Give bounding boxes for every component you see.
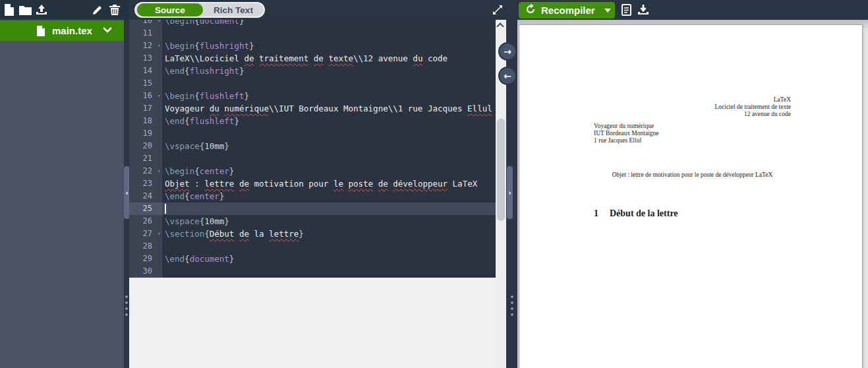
code-text: \end{document} bbox=[162, 253, 234, 265]
divider-drag-dots[interactable] bbox=[511, 295, 513, 316]
pdf-preview-panel[interactable]: LaTeXLociciel de traitement de texte12 a… bbox=[517, 20, 868, 368]
code-line-29[interactable]: 29\end{document} bbox=[129, 253, 496, 265]
line-number: 10▾ bbox=[129, 20, 162, 27]
chevron-left-icon: ‹ bbox=[125, 189, 129, 197]
code-line-25[interactable]: 25 bbox=[129, 202, 496, 215]
code-text: \end{flushleft} bbox=[162, 115, 239, 127]
code-text: \end{flushright} bbox=[162, 65, 244, 77]
line-number: 30 bbox=[129, 265, 162, 278]
recompile-button[interactable]: Recompiler bbox=[519, 2, 615, 18]
code-text: \begin{flushleft} bbox=[162, 90, 249, 102]
code-line-10[interactable]: 10▾\begin{document} bbox=[129, 20, 496, 27]
tab-source[interactable]: Source bbox=[137, 3, 203, 16]
pdf-right-aligned-block: LaTeXLociciel de traitement de texte12 a… bbox=[714, 96, 791, 118]
collapse-editor-handle[interactable]: › bbox=[507, 166, 513, 219]
line-number: 15 bbox=[129, 77, 162, 90]
line-number: 14 bbox=[129, 65, 162, 77]
compile-logs-icon[interactable] bbox=[620, 3, 633, 16]
file-menu-chevron-down-icon[interactable] bbox=[103, 26, 112, 34]
pdf-page: LaTeXLociciel de traitement de texte12 a… bbox=[519, 24, 863, 368]
source-code-editor[interactable]: 10▾\begin{document}1112▾\begin{flushrigh… bbox=[129, 20, 496, 368]
code-text: LaTeX\\Lociciel de traitement de texte\\… bbox=[162, 52, 448, 65]
file-name-label: main.tex bbox=[52, 25, 92, 36]
recompile-label: Recompiler bbox=[541, 5, 595, 16]
code-line-15[interactable]: 15 bbox=[129, 77, 496, 90]
overleaf-app: Source Rich Text Recompiler main.tex bbox=[0, 0, 868, 368]
scroll-up-icon[interactable] bbox=[496, 22, 504, 30]
code-line-14[interactable]: 14\end{flushright} bbox=[129, 65, 496, 77]
line-number: 16▾ bbox=[129, 90, 162, 102]
fold-arrow-icon[interactable]: ▾ bbox=[158, 40, 161, 52]
pdf-text-line: Voyageur du numérique bbox=[594, 123, 659, 130]
rename-pencil-icon[interactable] bbox=[91, 3, 104, 16]
sidebar-editor-divider[interactable]: ‹ bbox=[124, 20, 129, 368]
code-text: \begin{flushright} bbox=[162, 40, 254, 52]
code-line-30[interactable]: 30 bbox=[129, 265, 496, 278]
code-line-19[interactable]: 19 bbox=[129, 127, 496, 140]
code-line-26[interactable]: 26\vspace{10mm} bbox=[129, 215, 496, 228]
line-number: 27▾ bbox=[129, 228, 162, 240]
line-number: 18 bbox=[129, 115, 162, 127]
upload-icon[interactable] bbox=[35, 3, 48, 16]
code-text: Voyageur du numérique\\IUT Bordeaux Mont… bbox=[162, 102, 492, 115]
code-line-20[interactable]: 20\vspace{10mm} bbox=[129, 140, 496, 152]
code-line-17[interactable]: 17Voyageur du numérique\\IUT Bordeaux Mo… bbox=[129, 102, 496, 115]
code-text: Objet : lettre de motivation pour le pos… bbox=[162, 177, 477, 190]
fold-arrow-icon[interactable]: ▾ bbox=[158, 90, 161, 102]
pdf-text-line: Lociciel de traitement de texte bbox=[714, 104, 791, 111]
code-line-16[interactable]: 16▾\begin{flushleft} bbox=[129, 90, 496, 102]
pdf-section-heading: 1Début de la lettre bbox=[594, 208, 678, 219]
fold-arrow-icon[interactable]: ▾ bbox=[158, 20, 161, 27]
code-text: \vspace{10mm} bbox=[162, 215, 229, 228]
code-line-18[interactable]: 18\end{flushleft} bbox=[129, 115, 496, 127]
code-text bbox=[162, 240, 165, 253]
move-pane-left-button[interactable]: ← bbox=[498, 67, 517, 85]
tab-rich-text[interactable]: Rich Text bbox=[203, 3, 264, 16]
code-text: \begin{document} bbox=[162, 20, 244, 27]
text-cursor bbox=[165, 204, 166, 214]
line-number: 29 bbox=[129, 253, 162, 265]
line-number: 13 bbox=[129, 52, 162, 65]
line-number: 19 bbox=[129, 127, 162, 140]
code-line-12[interactable]: 12▾\begin{flushright} bbox=[129, 40, 496, 52]
refresh-icon bbox=[525, 4, 536, 17]
expand-pdf-icon[interactable] bbox=[491, 3, 504, 16]
line-number: 25 bbox=[129, 202, 162, 215]
code-text bbox=[162, 152, 165, 165]
code-line-13[interactable]: 13LaTeX\\Lociciel de traitement de texte… bbox=[129, 52, 496, 65]
pdf-text-line: 12 avenue du code bbox=[714, 111, 791, 118]
divider-drag-dots[interactable] bbox=[125, 295, 128, 316]
code-text: \begin{center} bbox=[162, 165, 234, 177]
pdf-text-line: LaTeX bbox=[714, 96, 791, 104]
code-text bbox=[162, 202, 166, 215]
top-toolbar: Source Rich Text Recompiler bbox=[0, 0, 868, 20]
code-text: \end{center} bbox=[162, 190, 224, 202]
code-line-28[interactable]: 28 bbox=[129, 240, 496, 253]
file-tree-panel: main.tex bbox=[0, 20, 124, 368]
recompile-caret-icon[interactable] bbox=[604, 9, 611, 13]
line-number: 12▾ bbox=[129, 40, 162, 52]
code-line-11[interactable]: 11 bbox=[129, 27, 496, 40]
download-pdf-icon[interactable] bbox=[637, 3, 650, 16]
section-title: Début de la lettre bbox=[610, 208, 678, 218]
code-lines: 10▾\begin{document}1112▾\begin{flushrigh… bbox=[129, 20, 496, 278]
code-line-24[interactable]: 24\end{center} bbox=[129, 190, 496, 202]
arrow-right-icon: → bbox=[504, 46, 511, 57]
code-line-21[interactable]: 21 bbox=[129, 152, 496, 165]
new-folder-icon[interactable] bbox=[18, 3, 32, 16]
fold-arrow-icon[interactable]: ▾ bbox=[158, 165, 161, 177]
code-text: \section{Début de la lettre} bbox=[162, 228, 304, 240]
new-file-icon[interactable] bbox=[3, 3, 16, 16]
fold-arrow-icon[interactable]: ▾ bbox=[158, 228, 161, 240]
code-line-27[interactable]: 27▾\section{Début de la lettre} bbox=[129, 228, 496, 240]
file-tree-item-main-tex[interactable]: main.tex bbox=[0, 20, 124, 41]
editor-scrollbar-thumb[interactable] bbox=[497, 119, 505, 221]
line-number: 28 bbox=[129, 240, 162, 253]
section-number: 1 bbox=[594, 208, 598, 218]
delete-trash-icon[interactable] bbox=[108, 3, 121, 16]
code-line-23[interactable]: 23Objet : lettre de motivation pour le p… bbox=[129, 177, 496, 190]
pdf-object-line: Objet : lettre de motivation pour le pos… bbox=[594, 171, 791, 178]
code-line-22[interactable]: 22▾\begin{center} bbox=[129, 165, 496, 177]
line-number: 26 bbox=[129, 215, 162, 228]
move-pane-right-button[interactable]: → bbox=[498, 42, 517, 61]
